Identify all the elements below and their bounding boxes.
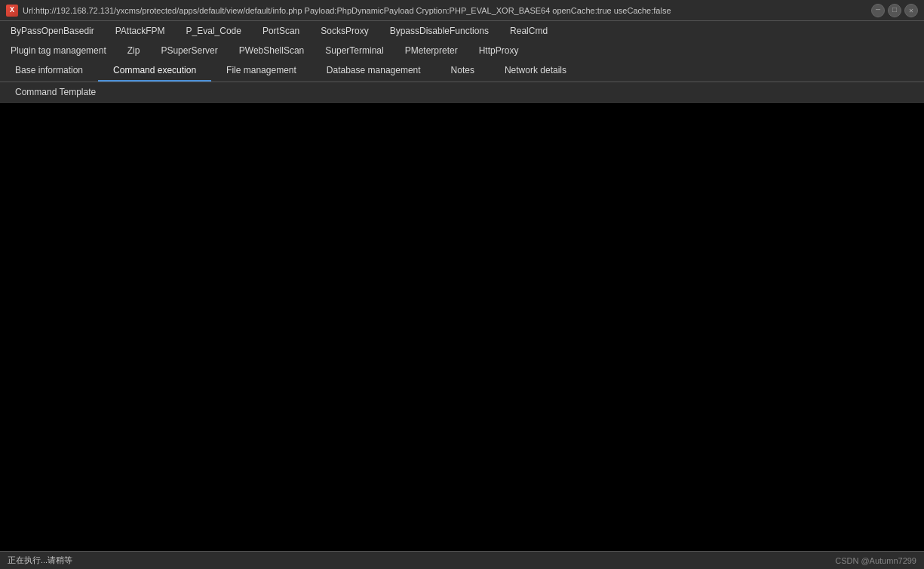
tab-file-management[interactable]: File management: [211, 60, 312, 82]
tab-base-information[interactable]: Base information: [0, 60, 98, 82]
menu-item-psuperserver[interactable]: PSuperServer: [150, 41, 228, 60]
menu-item-realcmd[interactable]: RealCmd: [499, 21, 558, 41]
maximize-button[interactable]: □: [888, 4, 901, 17]
tab-database-management[interactable]: Database management: [312, 60, 436, 82]
terminal[interactable]: [0, 103, 924, 551]
menu-row-2: Plugin tag managementZipPSuperServerPWeb…: [0, 41, 924, 60]
tab-command-execution[interactable]: Command execution: [98, 60, 211, 82]
subtab-row: Command Template: [0, 82, 924, 103]
menu-item-zip[interactable]: Zip: [117, 41, 151, 60]
tab-row: Base informationCommand executionFile ma…: [0, 60, 924, 82]
window-controls: ─ □ ✕: [871, 4, 918, 17]
menu-item-p_eval_code[interactable]: P_Eval_Code: [176, 21, 252, 41]
minimize-button[interactable]: ─: [871, 4, 885, 17]
menu-item-pwebshellscan[interactable]: PWebShellScan: [229, 41, 315, 60]
titlebar-left: X Url:http://192.168.72.131/yxcms/protec…: [6, 5, 671, 17]
menu-item-pmeterpreter[interactable]: PMeterpreter: [394, 41, 468, 60]
status-text: 正在执行...请稍等: [8, 555, 72, 566]
menu-item-bypassopenbasedir[interactable]: ByPassOpenBasedir: [0, 21, 105, 41]
close-button[interactable]: ✕: [904, 4, 918, 17]
menu-row-1: ByPassOpenBasedirPAttackFPMP_Eval_CodePo…: [0, 21, 924, 41]
subtab-command-template[interactable]: Command Template: [0, 82, 111, 102]
menu-item-pattackfpm[interactable]: PAttackFPM: [105, 21, 176, 41]
tab-notes[interactable]: Notes: [436, 60, 490, 82]
menu-item-socksproxy[interactable]: SocksProxy: [310, 21, 379, 41]
titlebar: X Url:http://192.168.72.131/yxcms/protec…: [0, 0, 924, 21]
watermark: CSDN @Autumn7299: [835, 556, 916, 565]
title-text: Url:http://192.168.72.131/yxcms/protecte…: [23, 6, 671, 15]
menu-item-portscan[interactable]: PortScan: [252, 21, 310, 41]
menu-item-bypassdisablefunctions[interactable]: BypassDisableFunctions: [379, 21, 499, 41]
statusbar: 正在执行...请稍等 CSDN @Autumn7299: [0, 551, 924, 569]
app-icon: X: [6, 5, 18, 17]
menu-item-plugin-tag-management[interactable]: Plugin tag management: [0, 41, 117, 60]
menu-item-superterminal[interactable]: SuperTerminal: [315, 41, 394, 60]
menu-item-httpproxy[interactable]: HttpProxy: [468, 41, 530, 60]
tab-network-details[interactable]: Network details: [490, 60, 582, 82]
